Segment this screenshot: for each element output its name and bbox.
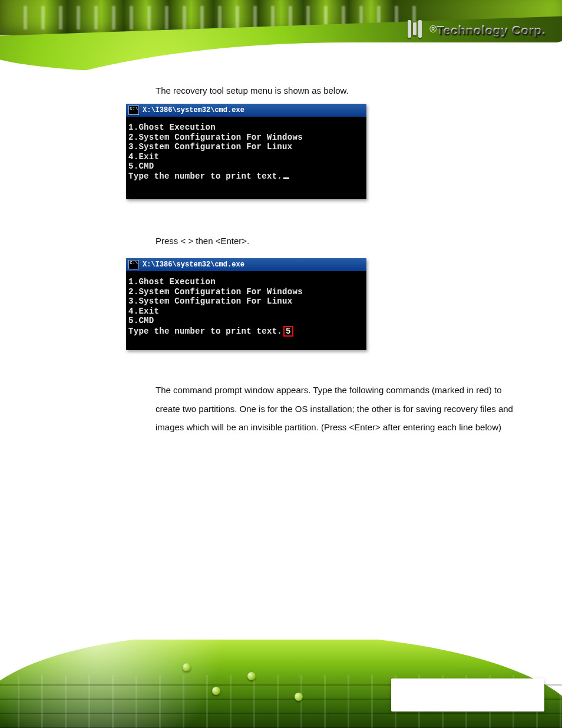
cmd-console-1: 1.Ghost Execution 2.System Configuration… bbox=[126, 117, 366, 199]
brand-text: Technology Corp. bbox=[437, 23, 546, 37]
highlighted-input: 5 bbox=[283, 326, 293, 337]
cmd-screenshot-1: X:\I386\system32\cmd.exe 1.Ghost Executi… bbox=[126, 104, 366, 199]
cmd-icon bbox=[128, 260, 139, 269]
footer-placeholder bbox=[391, 678, 544, 711]
header-banner: ®Technology Corp. bbox=[0, 0, 562, 71]
iei-logo-icon bbox=[408, 20, 424, 40]
intro-text-1: The recovery tool setup menu is shown as… bbox=[156, 81, 515, 100]
registered-mark: ® bbox=[429, 24, 437, 34]
intro-text-2: Press < > then <Enter>. bbox=[156, 232, 515, 251]
cursor-icon bbox=[283, 177, 289, 179]
cmd-title: X:\I386\system32\cmd.exe bbox=[143, 106, 244, 114]
cmd-console-2: 1.Ghost Execution 2.System Configuration… bbox=[126, 271, 366, 350]
brand-logo: ®Technology Corp. bbox=[408, 20, 546, 40]
cmd-screenshot-2: X:\I386\system32\cmd.exe 1.Ghost Executi… bbox=[126, 258, 366, 350]
footer-banner bbox=[0, 640, 562, 728]
intro-text-3: The command prompt window appears. Type … bbox=[156, 381, 515, 437]
cmd-icon bbox=[128, 106, 139, 115]
cmd-title: X:\I386\system32\cmd.exe bbox=[143, 261, 244, 269]
